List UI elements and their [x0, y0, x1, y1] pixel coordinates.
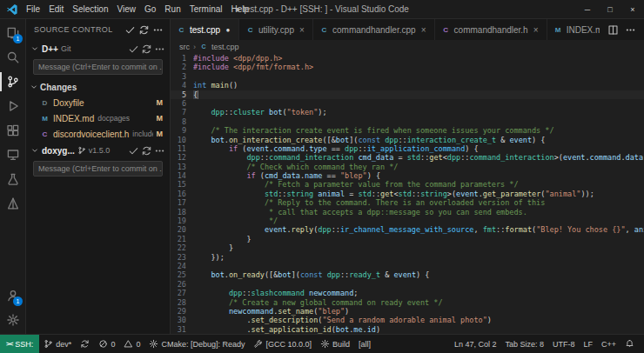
status-target[interactable]: [all]	[354, 335, 375, 353]
scm-repo-header[interactable]: D++Git	[26, 40, 170, 57]
code-line[interactable]: 21 }	[171, 235, 644, 243]
code-line[interactable]: 19 */	[171, 216, 644, 225]
code-line[interactable]: 16 std::string animal = std::get<std::st…	[171, 190, 644, 198]
code-line[interactable]: 18 * call that accepts a dpp::message so…	[171, 208, 644, 216]
code-line[interactable]: 17 /* Reply to the command. There is an …	[171, 198, 644, 207]
status-warnings[interactable]: 0	[119, 335, 144, 353]
scm-file-row[interactable]: Cdiscordvoiceclient.hinclude/d...M	[26, 126, 170, 142]
check-icon[interactable]	[124, 24, 136, 36]
code-line[interactable]: 13 /* Check which command they ran */	[171, 163, 644, 171]
menu-terminal[interactable]: Terminal	[185, 4, 227, 14]
code-line[interactable]: 4int main()	[171, 81, 644, 90]
code-line[interactable]: 27 dpp::slashcommand newcommand;	[171, 289, 644, 297]
status-errors[interactable]: 0	[94, 335, 119, 353]
activity-cmake[interactable]	[0, 191, 25, 216]
close-icon[interactable]: ×	[419, 25, 428, 35]
menu-go[interactable]: Go	[140, 4, 160, 14]
activity-source-control[interactable]	[0, 70, 25, 94]
tab-utility.cpp[interactable]: Cutility.cpp×	[239, 19, 313, 40]
status-kit[interactable]: [GCC 10.0.0]	[249, 335, 316, 353]
code-line[interactable]: 30 .set_description("Send a random adora…	[171, 316, 644, 324]
window-close-button[interactable]: ×	[621, 0, 644, 19]
status-encoding[interactable]: UTF-8	[548, 335, 580, 353]
remote-indicator[interactable]: >< SSH:	[0, 335, 39, 353]
code-line[interactable]: 8	[171, 117, 644, 126]
scm-file-row[interactable]: DDoxyfileM	[26, 95, 170, 110]
menu-run[interactable]: Run	[160, 4, 184, 14]
more-icon[interactable]	[152, 24, 164, 36]
split-editor-icon[interactable]	[607, 24, 619, 36]
code-editor[interactable]: 1#include <dpp/dpp.h>2#include <dpp/fmt/…	[171, 53, 644, 334]
scm-changes-section[interactable]: Changes	[26, 79, 170, 95]
code-line[interactable]: 12 dpp::command_interaction cmd_data = s…	[171, 153, 644, 162]
close-icon[interactable]: ×	[298, 25, 306, 35]
status-eol[interactable]: LF	[579, 335, 597, 353]
status-branch[interactable]: dev*	[39, 335, 76, 353]
refresh-icon[interactable]	[141, 145, 152, 157]
status-sync[interactable]	[76, 335, 94, 353]
scm-file-row[interactable]: MINDEX.mddocpagesM	[26, 110, 170, 126]
activity-testing[interactable]	[0, 167, 25, 191]
check-icon[interactable]	[128, 43, 139, 55]
code-line[interactable]: 25 bot.on_ready([&bot](const dpp::ready_…	[171, 270, 644, 279]
tab-INDEX.md[interactable]: MINDEX.md×	[547, 19, 600, 40]
code-line[interactable]: 24	[171, 262, 644, 270]
menu-help[interactable]: Help	[227, 4, 254, 14]
code-line[interactable]: 20 event.reply(dpp::ir_channel_message_w…	[171, 225, 644, 234]
code-text: }	[193, 235, 644, 243]
line-number: 26	[171, 280, 193, 289]
code-line[interactable]: 23 });	[171, 253, 644, 262]
activity-search[interactable]	[0, 45, 25, 70]
code-line[interactable]: 7 dpp::cluster bot("token");	[171, 108, 644, 117]
status-build[interactable]: Build	[316, 335, 354, 353]
code-line[interactable]: 26	[171, 280, 644, 289]
code-line[interactable]: 6	[171, 99, 644, 108]
code-line[interactable]: 11 if (event.command.type == dpp::it_app…	[171, 144, 644, 153]
tab-commandhandler.cpp[interactable]: Ccommandhandler.cpp×	[313, 19, 435, 40]
tab-test.cpp[interactable]: Ctest.cpp●	[171, 19, 239, 40]
scm-repo-header[interactable]: doxyg...v1.5.0	[26, 142, 170, 159]
code-line[interactable]: 22 }	[171, 243, 644, 252]
status-cmake[interactable]: CMake: [Debug]: Ready	[144, 335, 249, 353]
window-maximize-button[interactable]: □	[599, 0, 621, 19]
code-line[interactable]: 10 bot.on_interaction_create([&bot](cons…	[171, 136, 644, 144]
commit-message-input[interactable]: Message (Ctrl+Enter to commit on ...	[33, 59, 163, 75]
code-line[interactable]: 2#include <dpp/fmt/format.h>	[171, 63, 644, 71]
menu-selection[interactable]: Selection	[68, 4, 112, 14]
code-line[interactable]: 3	[171, 72, 644, 81]
code-line[interactable]: 15 /* Fetch a parameter value from the c…	[171, 180, 644, 189]
status-tab-size[interactable]: Tab Size: 8	[500, 335, 548, 353]
activity-account[interactable]: 1	[0, 283, 25, 308]
menu-edit[interactable]: Edit	[44, 4, 68, 14]
activity-explorer[interactable]: 1	[0, 21, 25, 45]
activity-run-debug[interactable]	[0, 94, 25, 118]
code-text: });	[193, 253, 644, 262]
more-icon[interactable]	[625, 24, 636, 36]
check-icon[interactable]	[128, 145, 139, 157]
close-icon[interactable]: ×	[532, 25, 540, 35]
breadcrumb-folder[interactable]: src	[179, 43, 190, 51]
activity-remote-explorer[interactable]	[0, 143, 25, 167]
code-line[interactable]: 29 newcommand.set_name("blep")	[171, 307, 644, 316]
code-line[interactable]: 1#include <dpp/dpp.h>	[171, 54, 644, 63]
status-cursor-position[interactable]: Ln 47, Col 2	[450, 335, 501, 353]
window-minimize-button[interactable]: ─	[576, 0, 599, 19]
refresh-icon[interactable]	[138, 24, 150, 36]
activity-extensions[interactable]	[0, 118, 25, 143]
refresh-icon[interactable]	[141, 43, 152, 55]
commit-message-input[interactable]: Message (Ctrl+Enter to commit on ...	[33, 161, 163, 176]
code-line[interactable]: 28 /* Create a new global command on rea…	[171, 298, 644, 307]
more-icon[interactable]	[154, 43, 165, 55]
menu-file[interactable]: File	[22, 4, 44, 14]
menu-view[interactable]: View	[113, 4, 141, 14]
code-line[interactable]: 5{	[171, 90, 644, 99]
status-notifications[interactable]	[621, 335, 639, 353]
more-icon[interactable]	[154, 145, 165, 157]
breadcrumb-file[interactable]: test.cpp	[211, 43, 239, 51]
code-line[interactable]: 14 if (cmd_data.name == "blep") {	[171, 171, 644, 180]
code-line[interactable]: 9 /* The interaction create event is fir…	[171, 126, 644, 135]
tab-commandhandler.h[interactable]: Ccommandhandler.h×	[435, 19, 547, 40]
code-line[interactable]: 31 .set_application_id(bot.me.id)	[171, 325, 644, 334]
activity-settings[interactable]	[0, 308, 25, 332]
status-language[interactable]: C++	[597, 335, 621, 353]
